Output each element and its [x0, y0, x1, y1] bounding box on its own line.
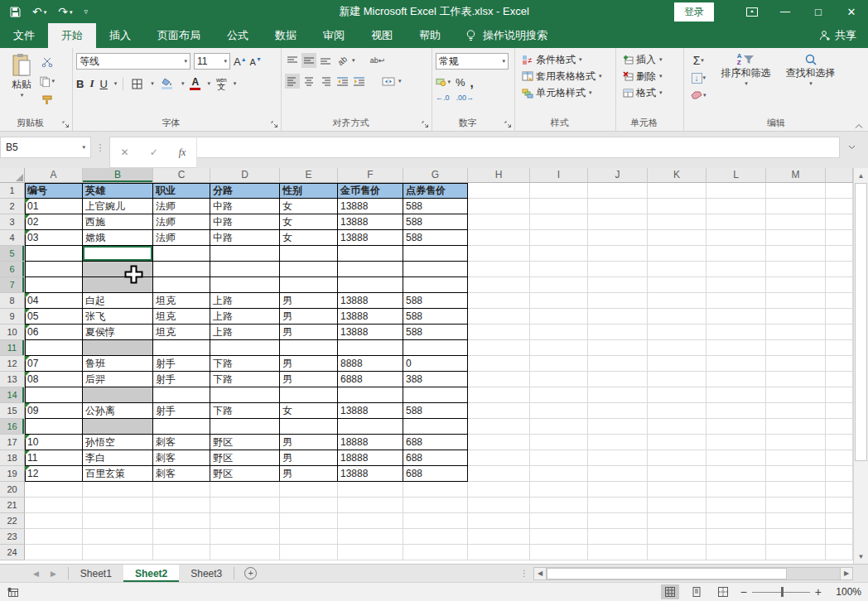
cell-K23[interactable]	[648, 529, 706, 545]
cell-M19[interactable]	[766, 466, 826, 482]
cell-E23[interactable]	[280, 529, 338, 545]
row-header-11[interactable]: 11	[0, 340, 25, 356]
name-box-dropdown-icon[interactable]: ▾	[82, 144, 85, 151]
cell-I17[interactable]	[530, 435, 588, 450]
cell-K13[interactable]	[648, 372, 706, 387]
cell-J3[interactable]	[588, 214, 648, 230]
cell-B17[interactable]: 孙悟空	[83, 435, 153, 450]
cell-F4[interactable]: 13888	[338, 230, 403, 246]
cell-K10[interactable]	[648, 325, 706, 340]
cell-C17[interactable]: 刺客	[153, 435, 210, 450]
scroll-right-icon[interactable]: ▶	[840, 567, 853, 580]
cell-J23[interactable]	[588, 529, 648, 545]
cell-J17[interactable]	[588, 435, 648, 450]
underline-button[interactable]: U	[99, 78, 107, 90]
sheet-next-icon[interactable]: ▶	[51, 570, 56, 578]
cell-J5[interactable]	[588, 246, 648, 262]
fill-color-button[interactable]	[160, 76, 175, 91]
cell-H21[interactable]	[468, 498, 530, 513]
cell-N3[interactable]	[826, 214, 853, 230]
cell-N21[interactable]	[826, 498, 853, 513]
cell-I12[interactable]	[530, 356, 588, 372]
cell-D24[interactable]	[210, 545, 280, 560]
cell-L1[interactable]	[706, 183, 766, 199]
column-header-H[interactable]: H	[468, 168, 530, 183]
cell-L23[interactable]	[706, 529, 766, 545]
cell-E16[interactable]	[280, 419, 338, 435]
cell-H7[interactable]	[468, 277, 530, 293]
cell-F14[interactable]	[338, 387, 403, 403]
cell-B10[interactable]: 夏侯惇	[83, 325, 153, 340]
cell-F5[interactable]	[338, 246, 403, 262]
cell-H9[interactable]	[468, 309, 530, 325]
cell-H5[interactable]	[468, 246, 530, 262]
cell-E13[interactable]: 男	[280, 372, 338, 387]
cell-B20[interactable]	[83, 482, 153, 498]
cell-D19[interactable]: 野区	[210, 466, 280, 482]
cell-D18[interactable]: 野区	[210, 450, 280, 466]
cell-H19[interactable]	[468, 466, 530, 482]
row-header-17[interactable]: 17	[0, 435, 25, 450]
cell-C22[interactable]	[153, 513, 210, 529]
cell-H12[interactable]	[468, 356, 530, 372]
cell-D23[interactable]	[210, 529, 280, 545]
row-header-16[interactable]: 16	[0, 419, 25, 435]
sort-filter-button[interactable]: AZ 排序和筛选 ▾	[718, 51, 774, 118]
cell-N24[interactable]	[826, 545, 853, 560]
cell-I19[interactable]	[530, 466, 588, 482]
column-header-D[interactable]: D	[210, 168, 280, 183]
cell-G19[interactable]: 688	[403, 466, 468, 482]
cell-J22[interactable]	[588, 513, 648, 529]
horizontal-scroll-thumb[interactable]	[547, 568, 787, 579]
cell-H6[interactable]	[468, 262, 530, 277]
cell-K9[interactable]	[648, 309, 706, 325]
cell-J13[interactable]	[588, 372, 648, 387]
tab-帮助[interactable]: 帮助	[406, 23, 454, 48]
phonetic-dropdown-icon[interactable]: ▾	[234, 80, 237, 87]
delete-cells-button[interactable]: 删除▾	[621, 68, 682, 84]
cell-L21[interactable]	[706, 498, 766, 513]
horizontal-scrollbar[interactable]: ⋮ ◀ ▶	[520, 565, 853, 582]
cell-A17[interactable]: 10	[25, 435, 83, 450]
cell-I13[interactable]	[530, 372, 588, 387]
cell-F22[interactable]	[338, 513, 403, 529]
wrap-text-button[interactable]: ab↩	[370, 53, 385, 68]
cell-H16[interactable]	[468, 419, 530, 435]
cell-H15[interactable]	[468, 403, 530, 419]
font-dialog-launcher-icon[interactable]	[271, 121, 278, 128]
cell-K15[interactable]	[648, 403, 706, 419]
cell-M14[interactable]	[766, 387, 826, 403]
cell-I22[interactable]	[530, 513, 588, 529]
cell-F13[interactable]: 6888	[338, 372, 403, 387]
cell-N4[interactable]	[826, 230, 853, 246]
cell-E3[interactable]: 女	[280, 214, 338, 230]
cell-L2[interactable]	[706, 199, 766, 214]
sheet-prev-icon[interactable]: ◀	[33, 570, 39, 578]
cell-E14[interactable]	[280, 387, 338, 403]
cell-N13[interactable]	[826, 372, 853, 387]
cell-E2[interactable]: 女	[280, 199, 338, 214]
cell-H1[interactable]	[468, 183, 530, 199]
cell-K1[interactable]	[648, 183, 706, 199]
column-header-stub[interactable]	[826, 168, 853, 183]
cell-G13[interactable]: 388	[403, 372, 468, 387]
cell-K18[interactable]	[648, 450, 706, 466]
formula-input[interactable]	[197, 137, 840, 158]
cell-G5[interactable]	[403, 246, 468, 262]
cell-A15[interactable]: 09	[25, 403, 83, 419]
cell-K21[interactable]	[648, 498, 706, 513]
cell-K5[interactable]	[648, 246, 706, 262]
cell-C21[interactable]	[153, 498, 210, 513]
cell-C1[interactable]: 职业	[153, 183, 210, 199]
cell-I16[interactable]	[530, 419, 588, 435]
cell-K20[interactable]	[648, 482, 706, 498]
cell-C14[interactable]	[153, 387, 210, 403]
cell-N2[interactable]	[826, 199, 853, 214]
cell-J18[interactable]	[588, 450, 648, 466]
normal-view-button[interactable]	[661, 584, 679, 599]
redo-dropdown-icon[interactable]: ▾	[70, 9, 73, 15]
tab-插入[interactable]: 插入	[96, 23, 144, 48]
cell-N17[interactable]	[826, 435, 853, 450]
comma-style-button[interactable]: ,	[470, 75, 474, 89]
cell-M8[interactable]	[766, 293, 826, 309]
